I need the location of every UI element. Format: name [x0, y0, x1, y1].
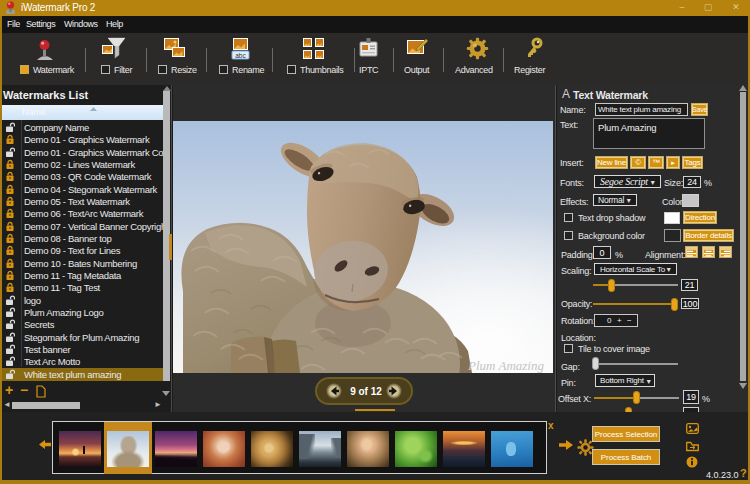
- svg-text:abc: abc: [235, 52, 246, 59]
- svg-text:Plum Amazing: Plum Amazing: [467, 358, 544, 373]
